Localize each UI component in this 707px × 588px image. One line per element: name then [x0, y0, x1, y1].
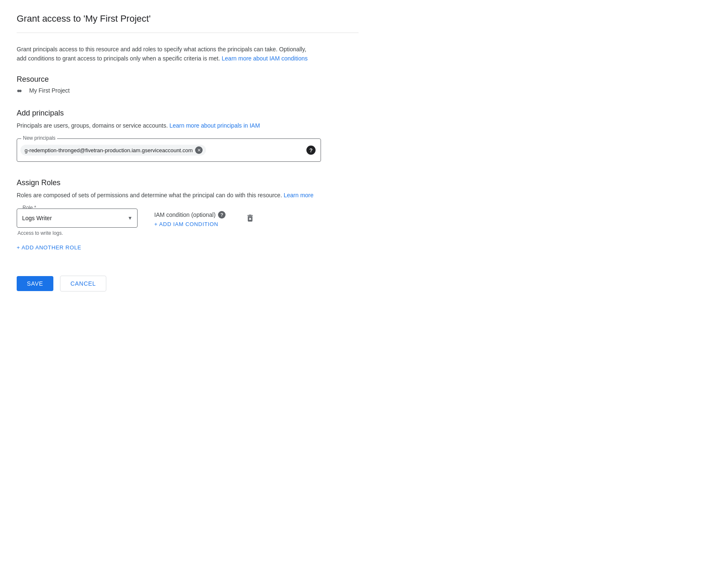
role-dropdown-container: Role * Logs Writer ▼ — [17, 209, 138, 228]
chip-close-icon[interactable]: ✕ — [195, 146, 203, 154]
action-buttons: SAVE CANCEL — [17, 272, 359, 291]
add-principals-title: Add principals — [17, 109, 359, 118]
new-principals-label: New principals — [21, 135, 57, 141]
principals-help-icon[interactable]: ? — [306, 146, 316, 155]
add-principals-subtitle: Principals are users, groups, domains or… — [17, 121, 317, 130]
save-button[interactable]: SAVE — [17, 276, 53, 291]
chip-value: g-redemption-thronged@fivetran-productio… — [25, 147, 193, 153]
resource-section: Resource My First Project — [17, 75, 359, 94]
page-description: Grant principals access to this resource… — [17, 45, 317, 63]
add-another-role-button[interactable]: + ADD ANOTHER ROLE — [17, 243, 81, 252]
assign-roles-section: Assign Roles Roles are composed of sets … — [17, 178, 359, 252]
assign-roles-learn-more-link[interactable]: Learn more — [283, 192, 313, 199]
role-dropdown-wrapper: Role * Logs Writer ▼ Access to write log… — [17, 209, 138, 236]
learn-more-principals-link[interactable]: Learn more about principals in IAM — [170, 122, 260, 129]
assign-roles-subtitle: Roles are composed of sets of permission… — [17, 191, 317, 200]
resource-item: My First Project — [17, 87, 359, 94]
iam-condition-header: IAM condition (optional) ? — [154, 211, 226, 219]
learn-more-iam-link[interactable]: Learn more about IAM conditions — [222, 55, 308, 62]
resource-section-title: Resource — [17, 75, 359, 84]
page-title: Grant access to 'My First Project' — [17, 13, 359, 33]
new-principals-input[interactable]: New principals g-redemption-thronged@fiv… — [17, 138, 321, 162]
principal-chip[interactable]: g-redemption-thronged@fivetran-productio… — [20, 145, 206, 156]
role-row: Role * Logs Writer ▼ Access to write log… — [17, 209, 359, 236]
add-iam-condition-button[interactable]: + ADD IAM CONDITION — [154, 221, 226, 227]
project-name: My First Project — [29, 87, 70, 94]
people-icon — [17, 87, 26, 94]
assign-roles-title: Assign Roles — [17, 178, 359, 187]
iam-condition-section: IAM condition (optional) ? + ADD IAM CON… — [154, 209, 226, 227]
role-select[interactable]: Logs Writer — [17, 209, 138, 228]
delete-role-button[interactable] — [242, 210, 258, 226]
add-principals-section: Add principals Principals are users, gro… — [17, 109, 359, 162]
cancel-button[interactable]: CANCEL — [60, 276, 106, 291]
iam-condition-help-icon[interactable]: ? — [218, 211, 226, 219]
role-hint: Access to write logs. — [17, 230, 138, 236]
iam-condition-label: IAM condition (optional) — [154, 211, 216, 218]
